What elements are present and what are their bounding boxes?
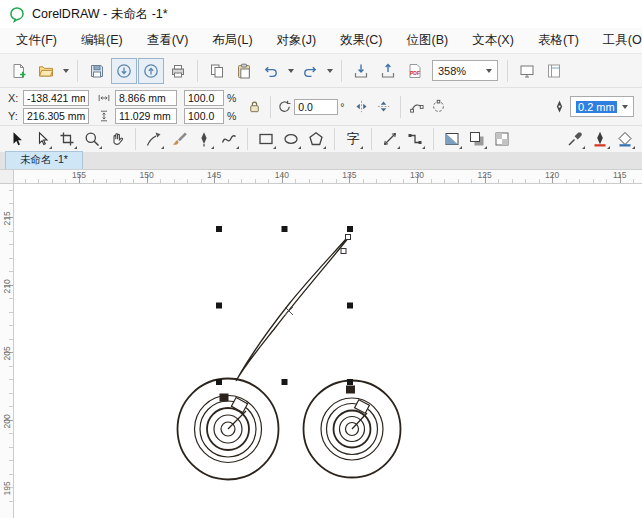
selection-handle[interactable]	[216, 379, 222, 385]
ruler-origin[interactable]	[0, 170, 14, 184]
paste-icon	[236, 63, 252, 79]
scale-horizontal-input[interactable]	[184, 90, 224, 106]
canvas[interactable]	[14, 184, 642, 518]
text-tool[interactable]: 字	[341, 127, 365, 151]
save-button[interactable]	[84, 58, 110, 84]
rotation-angle-input[interactable]	[294, 99, 338, 115]
undo-icon	[263, 63, 279, 79]
interactive-fill-tool[interactable]	[440, 127, 464, 151]
object-height-input[interactable]	[115, 108, 177, 124]
pick-tool[interactable]	[5, 127, 29, 151]
redo-icon	[302, 63, 318, 79]
rotation-icon	[276, 99, 292, 115]
menu-tools[interactable]: 工具(O)	[591, 28, 642, 53]
pen-tool-icon	[196, 131, 212, 147]
lock-ratio-button[interactable]	[243, 95, 265, 119]
menu-edit[interactable]: 编辑(E)	[69, 28, 135, 53]
scale-fields: % %	[184, 90, 236, 124]
selection-handle[interactable]	[216, 226, 222, 232]
vruler-label: 205	[2, 348, 12, 361]
pen-tool[interactable]	[192, 127, 216, 151]
drop-shadow-tool[interactable]	[465, 127, 489, 151]
rectangle-tool[interactable]	[254, 127, 278, 151]
menu-effects[interactable]: 效果(C)	[328, 28, 394, 53]
object-width-icon	[96, 90, 112, 106]
curve-node[interactable]	[346, 235, 351, 240]
fullscreen-preview-button[interactable]	[514, 58, 540, 84]
import-button[interactable]	[348, 58, 374, 84]
copy-button[interactable]	[204, 58, 230, 84]
ellipse-tool[interactable]	[279, 127, 303, 151]
wheel-object-2[interactable]	[304, 381, 401, 478]
selection-handle[interactable]	[282, 379, 288, 385]
menu-text[interactable]: 文本(X)	[460, 28, 526, 53]
artistic-media-tool-icon	[171, 131, 187, 147]
menu-table[interactable]: 表格(T)	[526, 28, 591, 53]
undo-button[interactable]	[258, 58, 284, 84]
freehand-tool[interactable]	[142, 127, 166, 151]
zoom-tool[interactable]	[80, 127, 104, 151]
mirror-vertical-button[interactable]	[373, 95, 395, 119]
hruler-label: 120	[545, 170, 559, 180]
toolbox-separator	[247, 128, 248, 150]
artistic-media-tool[interactable]	[167, 127, 191, 151]
dimension-tool-icon	[382, 131, 398, 147]
color-eyedropper-tool[interactable]	[563, 127, 587, 151]
undo-dropdown-button[interactable]	[285, 58, 296, 84]
selection-handle[interactable]	[347, 379, 353, 385]
bspline-tool[interactable]	[217, 127, 241, 151]
wheel-object-1[interactable]	[178, 379, 279, 480]
crop-tool-icon	[59, 131, 75, 147]
paste-button[interactable]	[231, 58, 257, 84]
drawing-surface[interactable]	[14, 184, 642, 518]
chevron-down-icon	[327, 69, 333, 73]
scale-vertical-input[interactable]	[184, 108, 224, 124]
polygon-tool-icon	[308, 131, 324, 147]
pan-tool[interactable]	[105, 127, 129, 151]
print-button[interactable]	[165, 58, 191, 84]
open-button[interactable]	[33, 58, 59, 84]
menu-view[interactable]: 查看(V)	[135, 28, 201, 53]
dimension-tool[interactable]	[378, 127, 402, 151]
stem-object[interactable]	[236, 235, 351, 382]
document-tab[interactable]: 未命名 -1*	[5, 151, 83, 169]
crop-tool[interactable]	[55, 127, 79, 151]
vruler-label: 215	[2, 213, 12, 226]
y-position-input[interactable]	[23, 108, 89, 124]
property-bar: X: Y: % %	[0, 88, 642, 126]
mirror-horizontal-button[interactable]	[351, 95, 373, 119]
transparency-tool[interactable]	[490, 127, 514, 151]
menu-bitmaps[interactable]: 位图(B)	[395, 28, 461, 53]
new-document-button[interactable]	[6, 58, 32, 84]
svg-text:PDF: PDF	[410, 69, 420, 75]
x-label: X:	[8, 92, 20, 104]
redo-button[interactable]	[297, 58, 323, 84]
outline-width-combo[interactable]: 0.2 mm	[570, 96, 634, 117]
outline-pen-tool[interactable]	[588, 127, 612, 151]
publish-pdf-button[interactable]: PDF	[402, 58, 428, 84]
convert-to-curves-button[interactable]	[406, 95, 428, 119]
polygon-tool[interactable]	[304, 127, 328, 151]
menu-layout[interactable]: 布局(L)	[200, 28, 264, 53]
show-rulers-button[interactable]	[541, 58, 567, 84]
curve-node[interactable]	[341, 249, 346, 254]
zoom-level-combo[interactable]: 358%	[432, 60, 498, 81]
selection-handle[interactable]	[347, 303, 353, 309]
close-curve-button[interactable]	[428, 95, 450, 119]
selection-handle[interactable]	[216, 303, 222, 309]
open-dropdown-button[interactable]	[60, 58, 71, 84]
coreldraw-window: CorelDRAW - 未命名 -1* 文件(F)编辑(E)查看(V)布局(L)…	[0, 0, 642, 518]
fill-tool[interactable]	[613, 127, 637, 151]
selection-handle[interactable]	[282, 226, 288, 232]
export-button[interactable]	[375, 58, 401, 84]
x-position-input[interactable]	[23, 90, 89, 106]
connector-tool[interactable]	[403, 127, 427, 151]
selection-handle[interactable]	[347, 226, 353, 232]
cloud-open-button[interactable]	[111, 58, 137, 84]
menu-file[interactable]: 文件(F)	[4, 28, 69, 53]
object-width-input[interactable]	[115, 90, 177, 106]
menu-object[interactable]: 对象(J)	[265, 28, 329, 53]
shape-tool[interactable]	[30, 127, 54, 151]
cloud-save-button[interactable]	[138, 58, 164, 84]
redo-dropdown-button[interactable]	[324, 58, 335, 84]
